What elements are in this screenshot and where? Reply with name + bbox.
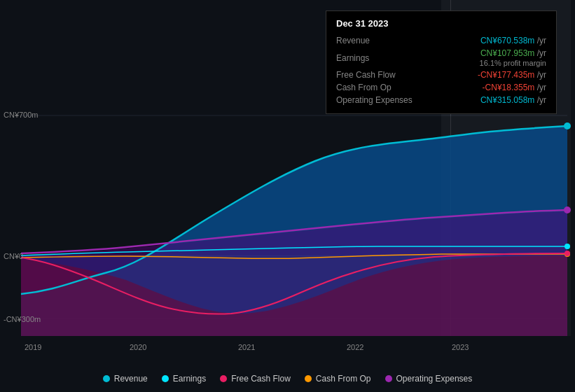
tooltip-row-opex: Operating Expenses CN¥315.058m /yr xyxy=(336,94,546,106)
tooltip-value-cfo: -CN¥18.355m /yr xyxy=(483,83,546,92)
legend: Revenue Earnings Free Cash Flow Cash Fro… xyxy=(0,374,575,384)
svg-point-10 xyxy=(564,244,570,249)
x-label-2023: 2023 xyxy=(452,343,469,351)
tooltip-row-earnings: Earnings CN¥107.953m /yr 16.1% profit ma… xyxy=(336,47,546,69)
x-label-2022: 2022 xyxy=(347,343,363,351)
legend-dot-revenue xyxy=(103,375,110,382)
legend-item-earnings[interactable]: Earnings xyxy=(162,374,206,384)
tooltip-sub-earnings: 16.1% profit margin xyxy=(480,59,546,67)
chart-container: CN¥700m CN¥0 -CN¥300m 2019 2020 2021 202… xyxy=(0,0,575,392)
legend-dot-fcf xyxy=(220,375,227,382)
legend-item-fcf[interactable]: Free Cash Flow xyxy=(220,374,291,384)
tooltip-label-opex: Operating Expenses xyxy=(336,95,413,105)
svg-point-7 xyxy=(564,206,571,214)
y-label-0: CN¥0 xyxy=(4,252,23,260)
legend-label-cfo: Cash From Op xyxy=(316,374,371,384)
tooltip-value-earnings: CN¥107.953m /yr xyxy=(480,48,546,58)
tooltip-label-revenue: Revenue xyxy=(336,36,413,46)
x-label-2019: 2019 xyxy=(25,343,41,351)
tooltip-date: Dec 31 2023 xyxy=(336,18,546,29)
legend-item-cfo[interactable]: Cash From Op xyxy=(305,374,371,384)
tooltip-value-fcf: -CN¥177.435m /yr xyxy=(478,70,546,80)
y-label-neg300: -CN¥300m xyxy=(4,315,41,323)
legend-dot-earnings xyxy=(162,375,169,382)
tooltip-value-opex: CN¥315.058m /yr xyxy=(480,95,546,105)
legend-item-opex[interactable]: Operating Expenses xyxy=(385,374,473,384)
x-label-2021: 2021 xyxy=(238,343,255,351)
legend-label-revenue: Revenue xyxy=(114,374,148,384)
legend-label-fcf: Free Cash Flow xyxy=(231,374,291,384)
tooltip-label-cfo: Cash From Op xyxy=(336,83,413,92)
tooltip-row-cfo: Cash From Op -CN¥18.355m /yr xyxy=(336,81,546,94)
legend-item-revenue[interactable]: Revenue xyxy=(103,374,148,384)
legend-label-earnings: Earnings xyxy=(173,374,206,384)
x-label-2020: 2020 xyxy=(130,343,146,351)
legend-dot-opex xyxy=(385,375,392,382)
legend-dot-cfo xyxy=(305,375,312,382)
tooltip-row-revenue: Revenue CN¥670.538m /yr xyxy=(336,34,546,47)
svg-point-6 xyxy=(564,122,571,130)
tooltip-label-fcf: Free Cash Flow xyxy=(336,70,413,80)
y-label-700: CN¥700m xyxy=(4,111,39,119)
tooltip-row-fcf: Free Cash Flow -CN¥177.435m /yr xyxy=(336,69,546,81)
tooltip-panel: Dec 31 2023 Revenue CN¥670.538m /yr Earn… xyxy=(326,10,557,114)
tooltip-value-revenue: CN¥670.538m /yr xyxy=(480,36,546,46)
legend-label-opex: Operating Expenses xyxy=(396,374,473,384)
tooltip-label-earnings: Earnings xyxy=(336,53,413,63)
svg-point-9 xyxy=(564,251,570,256)
